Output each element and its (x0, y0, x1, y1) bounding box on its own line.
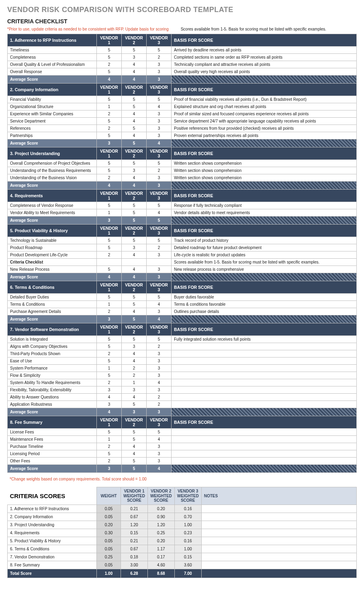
score-cell[interactable]: 5 (97, 47, 122, 54)
score-cell[interactable]: 3 (122, 343, 147, 350)
score-cell[interactable]: 2 (97, 61, 122, 68)
score-cell[interactable]: 5 (122, 96, 147, 103)
basis-cell[interactable]: Scores available from 1-5. Basis for sco… (172, 259, 357, 266)
score-cell[interactable]: 4 (122, 443, 147, 450)
score-cell[interactable]: 4 (122, 308, 147, 315)
score-cell[interactable]: 5 (97, 160, 122, 167)
basis-cell[interactable]: Terms & conditions favorable (172, 301, 357, 308)
score-cell[interactable] (147, 259, 172, 266)
basis-cell[interactable]: Fully integrated solution receives full … (172, 336, 357, 343)
score-cell[interactable]: 2 (147, 54, 172, 61)
score-cell[interactable]: 5 (97, 294, 122, 301)
score-cell[interactable]: 5 (122, 401, 147, 408)
basis-cell[interactable]: Positive references from four provided (… (172, 125, 357, 132)
basis-cell[interactable] (172, 429, 357, 436)
score-cell[interactable]: 2 (122, 365, 147, 372)
notes-cell[interactable] (201, 521, 356, 529)
score-cell[interactable]: 4 (122, 450, 147, 458)
score-cell[interactable]: 3 (147, 68, 172, 76)
score-cell[interactable]: 5 (122, 436, 147, 443)
weight-cell[interactable]: 0.05 (97, 561, 121, 569)
score-cell[interactable]: 3 (97, 401, 122, 408)
basis-cell[interactable] (172, 372, 357, 379)
basis-cell[interactable]: Life-cycle is realistic for product upda… (172, 251, 357, 259)
score-cell[interactable]: 3 (147, 132, 172, 139)
score-cell[interactable]: 1 (97, 301, 122, 308)
score-cell[interactable]: 3 (147, 110, 172, 118)
basis-cell[interactable] (172, 436, 357, 443)
weight-cell[interactable]: 0.05 (97, 545, 121, 553)
score-cell[interactable]: 3 (147, 365, 172, 372)
basis-cell[interactable] (172, 358, 357, 365)
basis-cell[interactable] (172, 394, 357, 401)
score-cell[interactable]: 3 (122, 386, 147, 394)
basis-cell[interactable]: Written section shows comprehension (172, 167, 357, 174)
score-cell[interactable]: 5 (97, 450, 122, 458)
weight-cell[interactable]: 0.25 (97, 553, 121, 561)
score-cell[interactable]: 2 (97, 458, 122, 465)
score-cell[interactable]: 3 (147, 266, 172, 273)
score-cell[interactable]: 4 (122, 266, 147, 273)
weight-cell[interactable]: 0.30 (97, 529, 121, 537)
score-cell[interactable]: 5 (147, 47, 172, 54)
score-cell[interactable]: 4 (122, 251, 147, 259)
score-cell[interactable]: 3 (147, 125, 172, 132)
basis-cell[interactable]: New release process is comprehensive (172, 266, 357, 273)
score-cell[interactable]: 5 (122, 160, 147, 167)
basis-cell[interactable] (172, 379, 357, 386)
score-cell[interactable]: 5 (122, 125, 147, 132)
score-cell[interactable]: 4 (147, 379, 172, 386)
score-cell[interactable]: 3 (122, 244, 147, 251)
score-cell[interactable]: 5 (97, 54, 122, 61)
score-cell[interactable]: 1 (97, 365, 122, 372)
score-cell[interactable]: 3 (147, 174, 172, 182)
score-cell[interactable]: 3 (147, 450, 172, 458)
score-cell[interactable]: 3 (147, 61, 172, 68)
basis-cell[interactable] (172, 365, 357, 372)
score-cell[interactable]: 3 (147, 386, 172, 394)
score-cell[interactable]: 3 (147, 308, 172, 315)
score-cell[interactable]: 2 (97, 379, 122, 386)
score-cell[interactable]: 2 (147, 394, 172, 401)
basis-cell[interactable] (172, 443, 357, 450)
score-cell[interactable]: 5 (122, 47, 147, 54)
score-cell[interactable]: 2 (122, 372, 147, 379)
score-cell[interactable]: 1 (97, 103, 122, 110)
score-cell[interactable]: 4 (122, 394, 147, 401)
basis-cell[interactable] (172, 350, 357, 358)
basis-cell[interactable]: Response if fully technically compliant (172, 202, 357, 209)
basis-cell[interactable]: Track record of product history (172, 237, 357, 244)
score-cell[interactable]: 5 (147, 294, 172, 301)
score-cell[interactable]: 2 (97, 443, 122, 450)
score-cell[interactable]: 4 (122, 132, 147, 139)
score-cell[interactable]: 5 (97, 244, 122, 251)
score-cell[interactable]: 4 (97, 394, 122, 401)
notes-cell[interactable] (201, 513, 356, 521)
score-cell[interactable]: 1 (122, 379, 147, 386)
score-cell[interactable]: 3 (147, 251, 172, 259)
basis-cell[interactable]: Written section shows comprehension (172, 174, 357, 182)
score-cell[interactable]: 4 (122, 350, 147, 358)
score-cell[interactable]: 5 (122, 301, 147, 308)
basis-cell[interactable]: Service department 24/7 with appropriate… (172, 118, 357, 125)
score-cell[interactable]: 2 (147, 244, 172, 251)
score-cell[interactable]: 5 (122, 237, 147, 244)
score-cell[interactable]: 4 (122, 174, 147, 182)
notes-cell[interactable] (201, 561, 356, 569)
score-cell[interactable]: 2 (97, 251, 122, 259)
basis-cell[interactable]: Written section shows comprehension (172, 160, 357, 167)
score-cell[interactable] (122, 259, 147, 266)
score-cell[interactable]: 3 (122, 167, 147, 174)
notes-cell[interactable] (201, 505, 356, 513)
score-cell[interactable]: 5 (122, 202, 147, 209)
score-cell[interactable]: 5 (147, 237, 172, 244)
score-cell[interactable]: 5 (97, 118, 122, 125)
score-cell[interactable]: 5 (122, 209, 147, 217)
score-cell[interactable]: 5 (147, 429, 172, 436)
basis-cell[interactable] (172, 401, 357, 408)
notes-cell[interactable] (201, 553, 356, 561)
score-cell[interactable]: 2 (97, 174, 122, 182)
basis-cell[interactable]: Overall quality very high receives all p… (172, 68, 357, 76)
score-cell[interactable]: 4 (122, 118, 147, 125)
score-cell[interactable]: 2 (97, 308, 122, 315)
